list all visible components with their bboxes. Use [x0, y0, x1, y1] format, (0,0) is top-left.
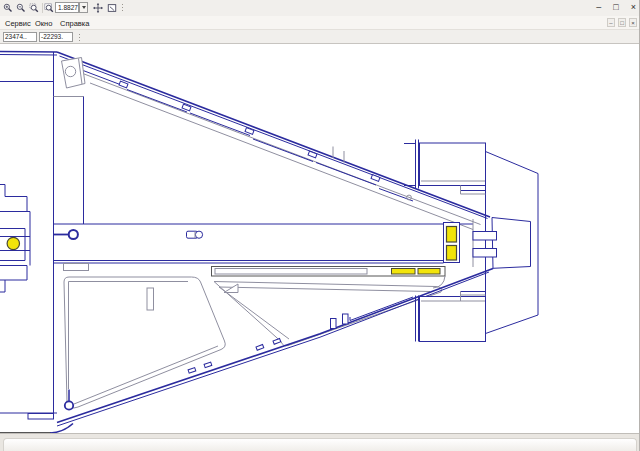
highlight-circle[interactable] — [7, 237, 19, 249]
highlight-rect-1[interactable] — [447, 227, 457, 243]
coord-x-value: 23474.. — [5, 33, 27, 40]
mdi-restore-button[interactable]: □ — [618, 18, 626, 27]
page-frame-glyph — [107, 2, 117, 14]
mdi-close-button[interactable]: × — [629, 18, 637, 27]
magnifier-minus-glyph — [16, 2, 26, 14]
outboard-flap-panel — [214, 282, 441, 346]
menu-bar: Сервис Окно Справка – □ × — [0, 16, 640, 30]
panel-slot — [147, 288, 154, 310]
show-page-icon[interactable] — [106, 2, 118, 14]
magnifier-page-glyph — [44, 2, 54, 14]
window-minimize-button[interactable]: – — [596, 1, 601, 14]
status-bar-inset — [3, 438, 637, 451]
mdi-child-controls: – □ × — [607, 18, 637, 27]
leading-edge-assembly — [57, 52, 490, 230]
window-maximize-button[interactable]: □ — [613, 1, 618, 14]
menu-window[interactable]: Окно — [31, 18, 56, 29]
panel-marker-triangle — [224, 284, 238, 293]
magnifier-rect-glyph — [29, 2, 39, 14]
menu-help[interactable]: Справка — [56, 18, 93, 29]
slat-step-tabs — [119, 81, 380, 181]
menu-service[interactable]: Сервис — [1, 18, 35, 29]
zoom-scale-dropdown-arrow[interactable] — [79, 2, 88, 13]
highlight-strip-1[interactable] — [392, 269, 416, 275]
trailing-edge-line — [50, 269, 493, 434]
drawing-area — [0, 44, 640, 433]
status-bar — [0, 433, 640, 451]
zoom-in-icon[interactable] — [2, 2, 14, 14]
highlight-rect-2[interactable] — [447, 246, 457, 261]
main-spar-band — [54, 223, 474, 271]
zoom-scale-value: 1.8827 — [58, 4, 78, 11]
zoom-region-icon[interactable] — [28, 2, 40, 14]
hinge-tabs — [188, 338, 281, 373]
leading-edge-lug — [62, 58, 86, 89]
cad-application-window: 1.8827 – □ × С — [0, 0, 640, 451]
toolbar-grip[interactable] — [121, 3, 124, 12]
pan-icon[interactable] — [92, 2, 104, 14]
window-close-button[interactable]: × — [631, 1, 636, 14]
zoom-all-icon[interactable] — [43, 2, 55, 14]
fastener-pins — [54, 230, 78, 410]
root-access-plate — [64, 264, 89, 271]
highlight-strip-2[interactable] — [418, 269, 440, 275]
magnifier-plus-glyph — [3, 2, 13, 14]
coord-y-field[interactable]: -22293. — [39, 32, 73, 42]
top-toolbar: 1.8827 – □ × — [0, 0, 640, 16]
inboard-flap-panel — [64, 277, 225, 408]
cad-drawing-canvas[interactable] — [0, 44, 640, 433]
upper-pin-ring — [69, 230, 78, 239]
coord-y-value: -22293. — [41, 33, 63, 40]
window-controls: – □ × — [596, 1, 636, 14]
coord-x-field[interactable]: 23474.. — [3, 32, 37, 42]
move-cross-glyph — [93, 2, 103, 14]
coordinates-toolbar: 23474.. -22293. — [0, 30, 640, 44]
lower-pin-ring — [65, 401, 73, 409]
wing-tip-assembly — [404, 140, 538, 342]
mdi-minimize-button[interactable]: – — [607, 18, 615, 27]
zoom-out-icon[interactable] — [15, 2, 27, 14]
coords-toolbar-grip[interactable] — [78, 33, 81, 42]
spar-pin-fitting — [187, 231, 203, 238]
zoom-scale-combobox[interactable]: 1.8827 — [55, 2, 79, 13]
tip-launcher-pod — [473, 218, 531, 269]
